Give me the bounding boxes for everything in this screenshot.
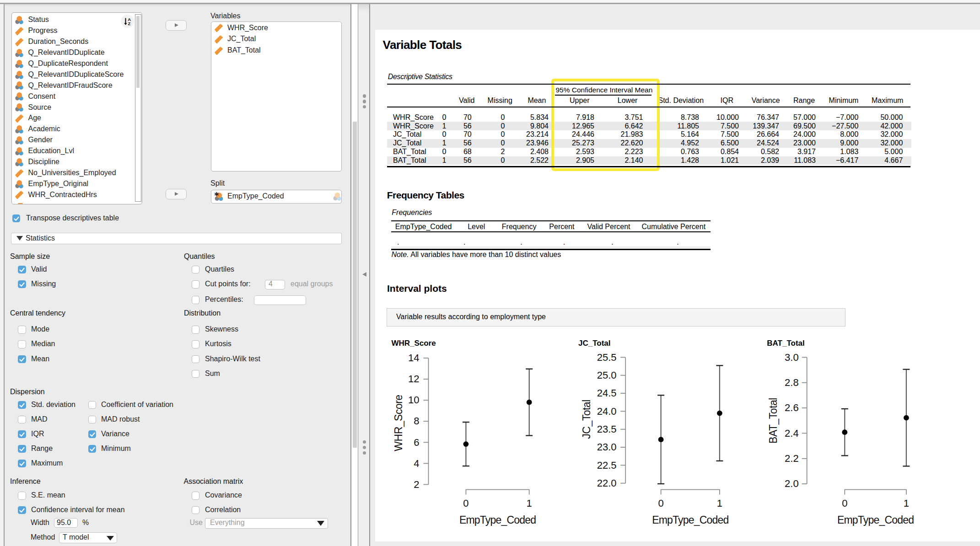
svg-text:2.6: 2.6	[785, 402, 799, 413]
svg-text:EmpType_Coded: EmpType_Coded	[459, 514, 536, 526]
svg-text:22.5: 22.5	[597, 460, 617, 471]
svg-text:EmpType_Coded: EmpType_Coded	[652, 514, 728, 526]
svg-text:0: 0	[842, 498, 847, 509]
svg-text:JC_Total: JC_Total	[581, 400, 592, 439]
svg-text:14: 14	[408, 352, 419, 364]
svg-text:22.0: 22.0	[597, 477, 617, 489]
svg-text:23.0: 23.0	[597, 441, 617, 453]
svg-text:2.4: 2.4	[785, 428, 799, 439]
svg-text:2: 2	[414, 479, 419, 490]
svg-text:Z: Z	[128, 21, 130, 26]
svg-text:1: 1	[717, 498, 722, 509]
svg-text:8: 8	[414, 415, 419, 427]
svg-text:2.0: 2.0	[785, 478, 799, 489]
svg-text:12: 12	[408, 373, 419, 385]
svg-text:23.5: 23.5	[597, 423, 617, 435]
svg-text:10: 10	[408, 394, 419, 406]
svg-text:1: 1	[527, 498, 532, 509]
svg-text:0: 0	[658, 498, 663, 509]
svg-text:1: 1	[904, 498, 909, 509]
svg-text:25.5: 25.5	[597, 352, 617, 363]
svg-text:2.2: 2.2	[785, 453, 799, 464]
svg-text:WHR_Score: WHR_Score	[393, 395, 404, 451]
svg-text:BAT_Total: BAT_Total	[767, 398, 779, 444]
svg-text:24.5: 24.5	[597, 387, 617, 399]
svg-text:4: 4	[414, 458, 419, 469]
svg-text:24.0: 24.0	[597, 406, 617, 417]
svg-text:25.0: 25.0	[597, 369, 617, 381]
svg-text:3.0: 3.0	[785, 352, 799, 363]
svg-text:2.8: 2.8	[785, 377, 799, 388]
svg-text:EmpType_Coded: EmpType_Coded	[837, 514, 914, 526]
svg-text:0: 0	[463, 498, 468, 509]
svg-text:6: 6	[414, 437, 419, 448]
